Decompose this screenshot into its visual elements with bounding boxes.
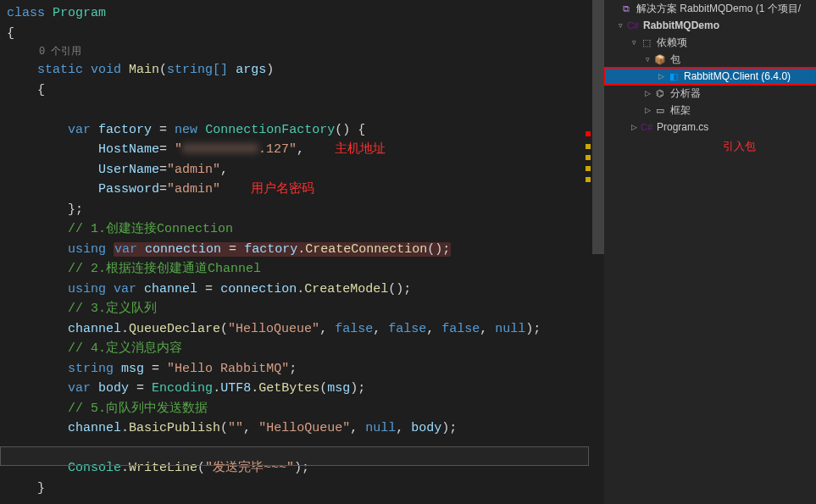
annotation-host: 主机地址: [335, 142, 386, 157]
expand-icon[interactable]: ▷: [628, 121, 640, 133]
item-label: 包: [670, 53, 680, 67]
solution-title: 解决方案 RabbitMQDemo (1 个项目/: [636, 2, 801, 16]
solution-icon: ⧉: [619, 2, 633, 15]
editor-scrollbar[interactable]: [592, 0, 604, 504]
code-line: HostName= "XXXXXXXXXX.127", 主机地址: [7, 140, 597, 160]
code-line: channel.QueueDeclare("HelloQueue", false…: [7, 319, 597, 340]
tree-item[interactable]: ▷◧RabbitMQ.Client (6.4.0): [604, 68, 816, 85]
item-label: RabbitMQDemo: [643, 19, 719, 31]
code-line: static void Main(string[] args): [7, 60, 597, 80]
tree-item[interactable]: ▷C#Program.cs: [604, 119, 816, 136]
code-line: using var channel = connection.CreateMod…: [7, 280, 597, 300]
code-line: channel.BasicPublish("", "HelloQueue", n…: [7, 418, 597, 439]
code-line: {: [7, 80, 597, 101]
tree-item[interactable]: ▷▭框架: [604, 102, 816, 119]
code-line: // 5.向队列中发送数据: [7, 399, 597, 419]
code-line: Console.WriteLine("发送完毕~~~");: [7, 458, 597, 479]
annotation-credentials: 用户名密码: [251, 182, 314, 197]
item-icon: ▭: [653, 103, 667, 117]
expand-icon[interactable]: ▿: [628, 36, 640, 48]
code-line: var factory = new ConnectionFactory() {: [7, 120, 597, 141]
code-line: // 4.定义消息内容: [7, 339, 597, 359]
code-line: // 2.根据连接创建通道Channel: [7, 259, 597, 280]
code-line: class Program: [7, 3, 597, 24]
code-line: using var connection = factory.CreateCon…: [7, 240, 597, 260]
item-icon: C#: [640, 120, 653, 134]
code-editor[interactable]: class Program { 0 个引用 static void Main(s…: [0, 0, 604, 504]
expand-icon[interactable]: ▿: [641, 53, 653, 65]
expand-icon[interactable]: ▿: [614, 19, 626, 31]
reference-hint[interactable]: 0 个引用: [7, 43, 597, 60]
tree-item[interactable]: ▷⌬分析器: [604, 85, 816, 102]
code-line: var body = Encoding.UTF8.GetBytes(msg);: [7, 379, 597, 399]
tree-item[interactable]: ▿C#RabbitMQDemo: [604, 17, 816, 34]
tree-item[interactable]: ▿📦包: [604, 51, 816, 68]
code-line: [7, 439, 597, 459]
code-line: }: [7, 479, 597, 499]
code-line: UserName="admin",: [7, 160, 597, 180]
code-line: };: [7, 200, 597, 220]
item-icon: 📦: [653, 53, 667, 66]
expand-icon[interactable]: ▷: [641, 87, 653, 99]
solution-root[interactable]: ⧉ 解决方案 RabbitMQDemo (1 个项目/: [604, 0, 816, 17]
expand-icon[interactable]: [608, 3, 619, 14]
gutter-marks: [586, 0, 591, 504]
item-label: Program.cs: [657, 121, 708, 133]
annotation-import: 引入包: [604, 139, 816, 154]
scrollbar-thumb[interactable]: [592, 0, 604, 254]
code-line: string msg = "Hello RabbitMQ";: [7, 359, 597, 379]
item-label: 分析器: [670, 86, 701, 101]
solution-explorer[interactable]: ⧉ 解决方案 RabbitMQDemo (1 个项目/ ▿C#RabbitMQD…: [604, 0, 816, 504]
expand-icon[interactable]: ▷: [641, 104, 653, 116]
item-icon: C#: [626, 19, 640, 32]
code-line: Password="admin" 用户名密码: [7, 180, 597, 200]
item-label: 框架: [670, 103, 691, 118]
code-line: // 1.创建连接Connection: [7, 219, 597, 240]
item-icon: ⌬: [653, 86, 667, 100]
code-line: [7, 100, 597, 120]
item-icon: ◧: [667, 69, 680, 83]
expand-icon[interactable]: ▷: [655, 70, 667, 82]
item-label: 依赖项: [657, 36, 687, 50]
item-label: RabbitMQ.Client (6.4.0): [684, 70, 791, 82]
item-icon: ⬚: [640, 36, 653, 49]
code-line: {: [7, 24, 597, 44]
code-line: // 3.定义队列: [7, 299, 597, 319]
tree-item[interactable]: ▿⬚依赖项: [604, 34, 816, 51]
